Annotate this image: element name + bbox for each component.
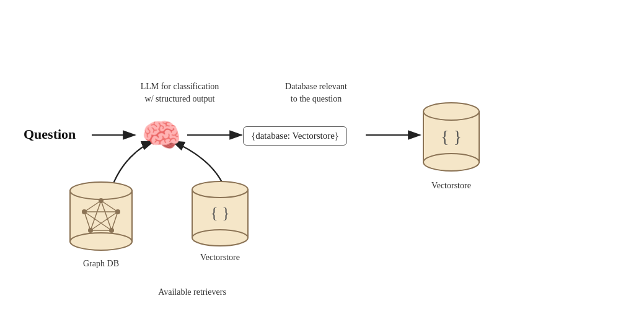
diagram-container: Question LLM for classification w/ struc…: [0, 0, 644, 327]
svg-point-27: [192, 181, 248, 198]
vectorstore-bottom-label: Vectorstore: [189, 251, 251, 264]
svg-point-5: [423, 103, 479, 120]
arrows-svg: [0, 0, 644, 327]
graphdb-label: Graph DB: [67, 258, 135, 270]
question-label: Question: [24, 126, 76, 142]
svg-point-10: [70, 233, 132, 250]
svg-point-28: [192, 230, 248, 246]
database-relevant-label: Database relevant to the question: [254, 81, 378, 105]
vectorstore-right-label: Vectorstore: [420, 180, 482, 192]
llm-label: LLM for classification w/ structured out…: [130, 81, 229, 105]
svg-text:{ }: { }: [210, 204, 229, 222]
svg-point-21: [99, 198, 104, 203]
graphdb-cylinder: [67, 180, 135, 254]
vectorstore-bottom-cylinder: { }: [189, 180, 251, 248]
json-output-box: {database: Vectorstore}: [243, 126, 347, 146]
svg-point-23: [109, 228, 114, 233]
svg-point-25: [82, 209, 87, 214]
svg-point-22: [115, 209, 120, 214]
svg-text:{ }: { }: [441, 127, 462, 146]
svg-point-24: [88, 228, 93, 233]
svg-point-6: [423, 154, 479, 171]
vectorstore-right-cylinder: { }: [420, 100, 482, 175]
available-retrievers-label: Available retrievers: [93, 286, 291, 299]
brain-icon: 🧠: [141, 116, 182, 154]
svg-point-9: [70, 182, 132, 199]
